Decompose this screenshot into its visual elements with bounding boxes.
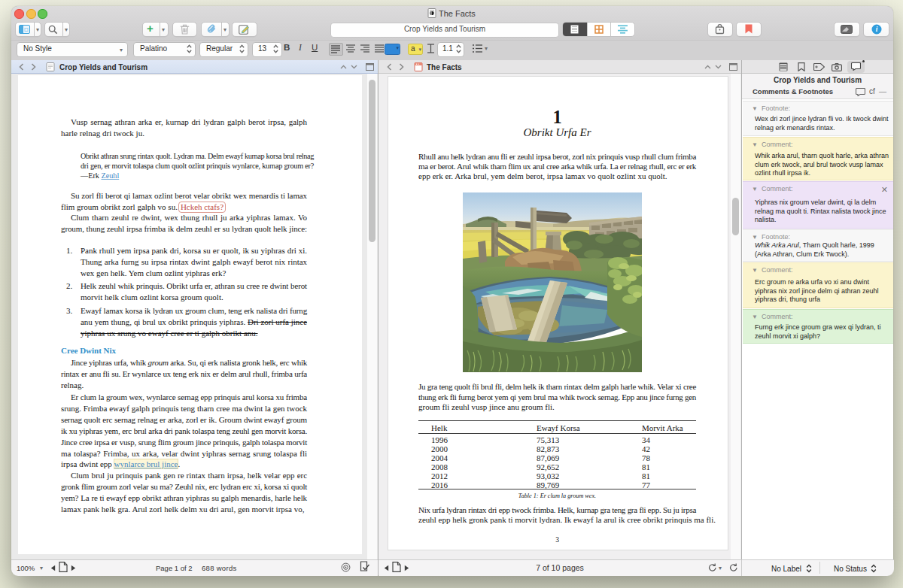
svg-text:i: i <box>876 26 878 33</box>
